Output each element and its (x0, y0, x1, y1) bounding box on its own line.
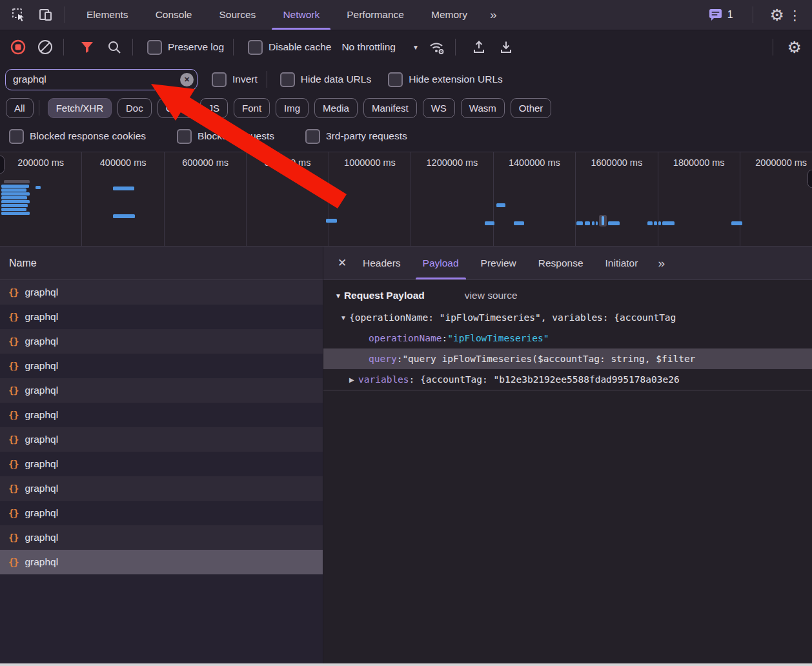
request-row[interactable]: {}graphql (0, 329, 323, 354)
network-conditions-icon[interactable] (428, 38, 446, 56)
record-network-log-button[interactable] (9, 38, 27, 56)
tab-performance[interactable]: Performance (333, 1, 418, 30)
request-row[interactable]: {}graphql (0, 403, 323, 427)
json-braces-icon: {} (8, 287, 18, 298)
filter-chip-other[interactable]: Other (511, 98, 552, 118)
preserve-log-option: Preserve log (147, 40, 224, 55)
more-detail-tabs-button[interactable]: » (649, 256, 675, 270)
tab-network[interactable]: Network (269, 1, 333, 30)
network-overview-timeline[interactable]: 200000 ms400000 ms600000 ms800000 ms1000… (0, 152, 812, 247)
request-row[interactable]: {}graphql (0, 427, 323, 452)
network-settings-gear-icon[interactable]: ⚙ (787, 39, 802, 56)
timeline-bar (576, 221, 583, 225)
close-icon[interactable]: ✕ (332, 254, 352, 273)
timeline-bar (1, 212, 30, 215)
export-har-icon[interactable] (497, 38, 515, 56)
import-har-icon[interactable] (470, 38, 488, 56)
request-row[interactable]: {}graphql (0, 476, 323, 501)
filter-chip-all[interactable]: All (6, 98, 34, 118)
request-options-row: Blocked response cookiesBlocked requests… (0, 121, 812, 152)
request-row[interactable]: {}graphql (0, 305, 323, 329)
search-icon[interactable] (105, 38, 123, 56)
request-row[interactable]: {}graphql (0, 378, 323, 403)
timeline-bar (36, 186, 41, 189)
request-row[interactable]: {}graphql (0, 452, 323, 476)
tree-triangle-icon[interactable]: ▼ (340, 314, 349, 321)
divider (773, 39, 773, 56)
detail-tab-initiator[interactable]: Initiator (594, 247, 649, 279)
clear-network-log-button[interactable] (36, 38, 54, 56)
section-divider (323, 390, 812, 390)
filter-chip-fetch-xhr[interactable]: Fetch/XHR (48, 98, 112, 118)
filter-chip-font[interactable]: Font (234, 98, 270, 118)
request-list-pane: Name {}graphql{}graphql{}graphql{}graphq… (0, 247, 323, 666)
request-payload-section-header[interactable]: ▼ Request Payload view source (323, 280, 812, 307)
tab-memory[interactable]: Memory (418, 1, 481, 30)
tab-console[interactable]: Console (142, 1, 206, 30)
detail-tab-headers[interactable]: Headers (352, 247, 412, 279)
timeline-bar (647, 221, 653, 225)
kebab-menu-icon[interactable]: ⋮ (784, 8, 812, 22)
payload-line[interactable]: ▶variables: {accountTag: "b12e3b2192ee55… (323, 369, 812, 390)
filter-chip-doc[interactable]: Doc (117, 98, 152, 118)
filter-chip-ws[interactable]: WS (423, 98, 455, 118)
view-source-link[interactable]: view source (465, 290, 518, 301)
preserve-log-checkbox[interactable] (147, 40, 162, 55)
divider (132, 39, 133, 56)
request-name: graphql (25, 434, 58, 445)
json-braces-icon: {} (8, 336, 18, 347)
request-row[interactable]: {}graphql (0, 525, 323, 550)
filter-chip-wasm[interactable]: Wasm (461, 98, 505, 118)
payload-segment: "ipFlowTimeseries" (447, 333, 549, 343)
panel-tabs: ElementsConsoleSourcesNetworkPerformance… (73, 1, 481, 30)
detail-tab-preview[interactable]: Preview (470, 247, 527, 279)
payload-line[interactable]: operationName: "ipFlowTimeseries" (323, 328, 812, 348)
request-row[interactable]: {}graphql (0, 501, 323, 525)
blocked-response-cookies-checkbox[interactable] (9, 129, 24, 144)
request-name: graphql (25, 507, 58, 519)
timeline-right-grip[interactable] (807, 170, 812, 188)
hide-data-urls-checkbox[interactable] (280, 72, 295, 87)
name-column-header[interactable]: Name (9, 257, 37, 269)
settings-gear-icon[interactable]: ⚙ (770, 7, 784, 23)
request-type-filter-row: AllFetch/XHRDocCSSJSFontImgMediaManifest… (0, 95, 812, 121)
tree-triangle-icon[interactable]: ▶ (349, 376, 358, 383)
device-toolbar-icon[interactable] (37, 6, 54, 23)
filter-input[interactable] (5, 69, 198, 90)
request-table-header[interactable]: Name (0, 247, 323, 280)
request-row[interactable]: {}graphql (0, 280, 323, 305)
blocked-requests-checkbox[interactable] (177, 129, 192, 144)
detail-tab-response[interactable]: Response (527, 247, 594, 279)
throttling-dropdown[interactable]: No throttling ▼ (341, 41, 418, 53)
filter-chip-manifest[interactable]: Manifest (363, 98, 417, 118)
3rd-party-requests-checkbox[interactable] (305, 129, 320, 144)
request-row[interactable]: {}graphql (0, 550, 323, 574)
divider (267, 71, 267, 88)
filter-chip-img[interactable]: Img (276, 98, 309, 118)
more-tabs-button[interactable]: » (481, 8, 507, 22)
issues-button[interactable]: 1 (709, 8, 733, 21)
payload-line[interactable]: ▼{operationName: "ipFlowTimeseries", var… (323, 307, 812, 328)
timeline-left-grip[interactable] (0, 156, 5, 174)
request-row[interactable]: {}graphql (0, 354, 323, 378)
tab-sources[interactable]: Sources (206, 1, 270, 30)
collapse-triangle-icon[interactable]: ▼ (335, 292, 341, 299)
payload-panel: ▼ Request Payload view source ▼{operatio… (323, 280, 812, 666)
timeline-bar (585, 221, 590, 225)
filter-chip-js[interactable]: JS (200, 98, 228, 118)
invert-option: Invert (212, 72, 258, 87)
hide-extension-urls-checkbox[interactable] (388, 72, 403, 87)
filter-chip-media[interactable]: Media (314, 98, 358, 118)
inspect-element-icon[interactable] (10, 6, 27, 23)
filter-chip-css[interactable]: CSS (157, 98, 194, 118)
detail-tab-payload[interactable]: Payload (412, 247, 470, 279)
filter-funnel-icon[interactable] (78, 38, 96, 56)
disable-cache-checkbox[interactable] (248, 40, 263, 55)
tab-elements[interactable]: Elements (73, 1, 142, 30)
payload-line[interactable]: query: "query ipFlowTimeseries($accountT… (323, 348, 812, 369)
invert-checkbox[interactable] (212, 72, 227, 87)
request-name: graphql (25, 360, 58, 372)
payload-segment: : (442, 333, 448, 343)
clear-filter-icon[interactable]: ✕ (180, 73, 194, 86)
request-detail-panel: ✕ HeadersPayloadPreviewResponseInitiator… (323, 247, 812, 666)
